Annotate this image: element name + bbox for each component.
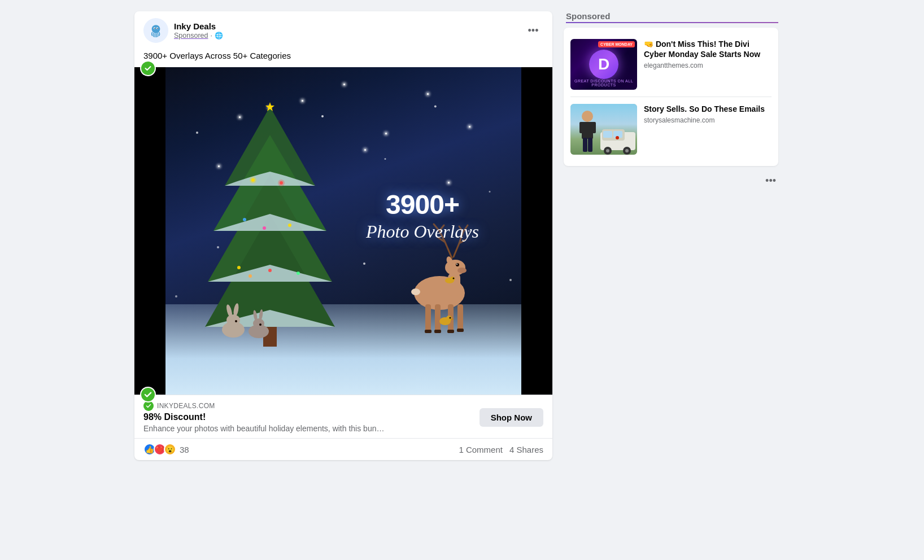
svg-rect-31 (425, 304, 431, 333)
globe-icon: 🌐 (215, 32, 223, 40)
svg-point-64 (363, 262, 365, 265)
svg-rect-71 (591, 122, 596, 133)
svg-rect-37 (447, 330, 454, 333)
svg-point-55 (450, 317, 451, 319)
overlay-subtitle: Photo Overlays (366, 221, 479, 242)
svg-rect-36 (434, 330, 441, 333)
svg-point-16 (288, 224, 291, 227)
svg-point-59 (385, 158, 386, 160)
svg-point-21 (249, 274, 252, 278)
comments-count[interactable]: 1 Comment (459, 445, 503, 454)
cyber-badge: CYBER MONDAY (598, 41, 635, 47)
sidebar-ad-domain-2: storysalesmachine.com (644, 116, 772, 124)
ad-domain-text: INKYDEALS.COM (157, 402, 215, 410)
svg-point-42 (453, 278, 455, 279)
story-thumb (570, 104, 637, 155)
svg-point-4 (154, 28, 155, 29)
svg-rect-38 (457, 329, 464, 332)
reactions-right: 1 Comment 4 Shares (459, 445, 543, 454)
post-card: Inky Deals Sponsored · 🌐 ••• 3900+ Overl… (134, 11, 552, 460)
bottom-check-badge (140, 387, 156, 403)
svg-rect-72 (583, 138, 587, 152)
sidebar-ad-thumb-2 (570, 104, 637, 155)
svg-point-79 (625, 149, 629, 152)
reaction-emojis: 👍 ❤️ 😮 (143, 443, 176, 456)
svg-point-60 (434, 106, 437, 108)
svg-point-44 (226, 314, 240, 326)
svg-point-29 (456, 264, 457, 265)
sidebar-divider (570, 97, 772, 97)
svg-point-27 (457, 268, 467, 273)
sidebar-more-button[interactable]: ••• (564, 173, 778, 189)
sidebar-ad-content-1: 🤜 Don't Miss This! The Divi Cyber Monday… (644, 39, 772, 90)
reaction-count: 38 (180, 445, 189, 454)
cyber-d-logo: D (589, 50, 618, 79)
sidebar-ad-domain-1: elegantthemes.com (644, 62, 772, 69)
feed-column: Inky Deals Sponsored · 🌐 ••• 3900+ Overl… (134, 11, 552, 460)
post-header-left: Inky Deals Sponsored · 🌐 (143, 18, 223, 43)
svg-point-23 (278, 180, 285, 186)
ad-title: 98% Discount! (143, 412, 480, 422)
post-author[interactable]: Inky Deals (174, 21, 223, 32)
svg-point-77 (606, 149, 609, 152)
svg-point-17 (263, 226, 266, 230)
svg-point-19 (297, 272, 300, 275)
sidebar-ad-item-2[interactable]: Story Sells. So Do These Emails storysal… (570, 99, 772, 159)
cyber-text: GREAT DISCOUNTS ON ALL PRODUCTS (570, 79, 637, 87)
svg-point-15 (243, 218, 246, 221)
post-sponsored-line: Sponsored · 🌐 (174, 32, 223, 40)
image-overlay-text: 3900+ Photo Overlays (366, 191, 479, 242)
svg-rect-70 (579, 122, 584, 133)
overlay-number: 3900+ (366, 191, 479, 218)
sidebar-sponsored-label: Sponsored (564, 11, 778, 23)
svg-point-56 (196, 132, 198, 134)
svg-rect-80 (603, 131, 612, 138)
svg-point-20 (268, 269, 272, 272)
svg-point-5 (157, 28, 158, 29)
svg-rect-73 (588, 138, 592, 152)
cyber-monday-thumb: CYBER MONDAY D GREAT DISCOUNTS ON ALL PR… (570, 39, 637, 90)
svg-point-66 (175, 295, 177, 298)
avatar (143, 18, 168, 43)
reactions-left: 👍 ❤️ 😮 38 (143, 443, 189, 456)
svg-point-39 (411, 288, 420, 295)
svg-point-28 (456, 263, 459, 266)
sidebar-ad-content-2: Story Sells. So Do These Emails storysal… (644, 104, 772, 155)
sponsored-label[interactable]: Sponsored (174, 32, 208, 40)
ad-bottom-left: INKYDEALS.COM 98% Discount! Enhance your… (143, 401, 480, 434)
svg-point-18 (237, 266, 241, 269)
more-options-button[interactable]: ••• (523, 20, 543, 41)
ad-image-container: 3900+ Photo Overlays (134, 67, 552, 395)
post-meta: Inky Deals Sponsored · 🌐 (174, 21, 223, 40)
sidebar-ad-thumb-1: CYBER MONDAY D GREAT DISCOUNTS ON ALL PR… (570, 39, 637, 90)
svg-point-68 (582, 111, 593, 122)
svg-rect-34 (457, 304, 463, 331)
sidebar-ad-title-1: 🤜 Don't Miss This! The Divi Cyber Monday… (644, 39, 772, 59)
ad-image: 3900+ Photo Overlays (134, 67, 552, 395)
ad-bottom-bar: INKYDEALS.COM 98% Discount! Enhance your… (134, 395, 552, 438)
post-caption: 3900+ Overlays Across 50+ Categories (134, 47, 552, 67)
sidebar-ad-item-1[interactable]: CYBER MONDAY D GREAT DISCOUNTS ON ALL PR… (570, 34, 772, 94)
ad-description: Enhance your photos with beautiful holid… (143, 423, 386, 434)
post-header: Inky Deals Sponsored · 🌐 ••• (134, 11, 552, 47)
ad-domain-line: INKYDEALS.COM (143, 401, 480, 411)
svg-point-67 (509, 279, 512, 281)
svg-point-22 (250, 177, 256, 183)
svg-rect-25 (448, 273, 460, 296)
wow-reaction: 😮 (164, 443, 176, 456)
svg-point-47 (235, 320, 237, 322)
sponsored-underline (566, 22, 778, 23)
reactions-row: 👍 ❤️ 😮 38 1 Comment 4 Shares (134, 438, 552, 460)
svg-point-52 (259, 323, 261, 326)
sidebar-column: Sponsored CYBER MONDAY D GREAT DISCOUNTS… (564, 11, 778, 189)
svg-point-82 (616, 136, 619, 139)
top-check-badge (140, 60, 156, 76)
sidebar-ad-title-2: Story Sells. So Do These Emails (644, 104, 772, 114)
svg-point-49 (253, 318, 264, 329)
dot-separator: · (210, 32, 212, 40)
svg-point-54 (446, 316, 452, 321)
svg-point-61 (489, 191, 491, 193)
svg-rect-35 (425, 330, 432, 333)
shop-now-button[interactable]: Shop Now (480, 408, 543, 427)
shares-count[interactable]: 4 Shares (509, 445, 543, 454)
